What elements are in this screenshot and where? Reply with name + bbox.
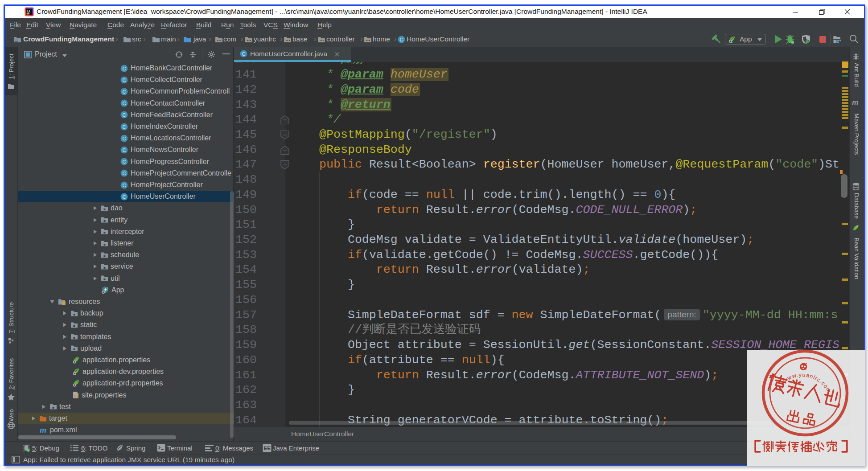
svg-text:C: C [123,101,126,106]
svg-text:C: C [123,77,126,82]
svg-text:C: C [123,194,126,199]
svg-text:C: C [242,51,246,57]
svg-text:C: C [123,147,126,153]
svg-text:C: C [123,112,126,118]
svg-text:C: C [123,182,126,188]
svg-text:C: C [123,66,126,71]
svg-text:C: C [123,171,126,176]
svg-text:C: C [123,159,126,164]
svg-text:IJ: IJ [26,9,30,13]
svg-text:C: C [123,124,126,129]
svg-text:C: C [400,37,403,42]
svg-text:C: C [123,89,126,94]
svg-text:C: C [123,135,126,141]
svg-text:EE: EE [264,446,271,451]
